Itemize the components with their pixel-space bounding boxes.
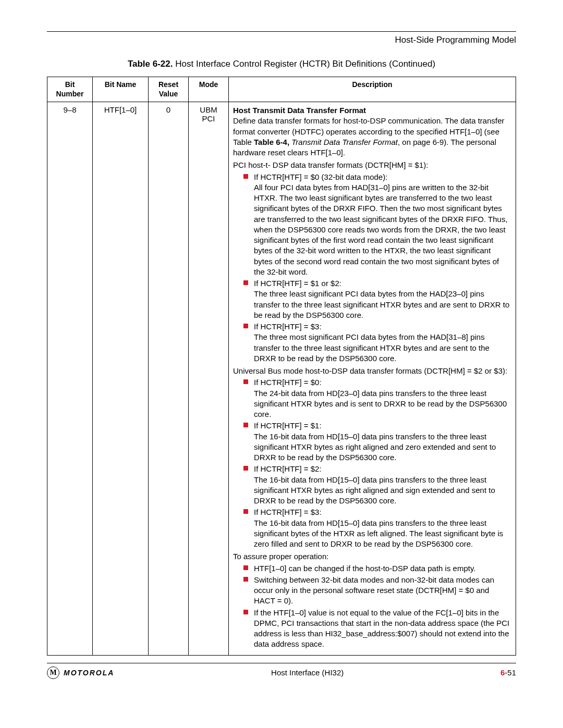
cell-description: Host Transmit Data Transfer Format Defin…: [229, 102, 516, 656]
list-item: If HCTR[HTF] = $2:The 16-bit data from H…: [243, 464, 511, 506]
list-item-head: If HCTR[HTF] = $1:: [254, 421, 322, 430]
list-item-body: If the HTF[1–0] value is not equal to th…: [254, 608, 509, 649]
table-caption: Table 6-22. Host Interface Control Regis…: [47, 59, 516, 69]
ubm-mode-line: Universal Bus mode host-to-DSP data tran…: [233, 366, 511, 376]
desc-ref-bold: Table 6-4,: [254, 138, 289, 146]
list-item: If HCTR[HTF] = $3:The 16-bit data from H…: [243, 507, 511, 549]
page-header: Host-Side Programming Model: [47, 35, 516, 45]
list-item-head: If HCTR[HTF] = $3:: [254, 322, 322, 331]
list-item-body: All four PCI data bytes from HAD[31–0] p…: [254, 183, 508, 276]
page-number: 6-51: [500, 668, 516, 677]
list-item-body: Switching between 32-bit data modes and …: [254, 575, 494, 606]
footer-rule: [47, 663, 516, 663]
list-item: HTF[1–0] can be changed if the host-to-D…: [243, 563, 511, 574]
table-row: 9–8 HTF[1–0] 0 UBM PCI Host Transmit Dat…: [47, 102, 516, 656]
pci-mode-line: PCI host-t- DSP data transfer formats (D…: [233, 160, 511, 170]
table-header-row: Bit Number Bit Name Reset Value Mode Des…: [47, 77, 516, 102]
brand-block: M MOTOROLA: [47, 667, 114, 679]
col-mode: Mode: [189, 77, 229, 102]
pci-list: If HCTR[HTF] = $0 (32-bit data mode):All…: [233, 172, 511, 364]
list-item-head: If HCTR[HTF] = $3:: [254, 508, 322, 516]
list-item-body: The 24-bit data from HD[23–0] data pins …: [254, 389, 507, 419]
list-item: Switching between 32-bit data modes and …: [243, 575, 511, 607]
list-item-body: The 16-bit data from HD[15–0] data pins …: [254, 519, 503, 549]
list-item-body: HTF[1–0] can be changed if the host-to-D…: [254, 564, 476, 573]
list-item-body: The 16-bit data from HD[15–0] data pins …: [254, 475, 495, 505]
cell-bit-number: 9–8: [47, 102, 93, 656]
cell-mode: UBM PCI: [189, 102, 229, 656]
list-item: If HCTR[HTF] = $0:The 24-bit data from H…: [243, 377, 511, 419]
col-reset-value: Reset Value: [149, 77, 189, 102]
list-item-body: The 16-bit data from HD[15–0] data pins …: [254, 432, 496, 462]
col-bit-name: Bit Name: [93, 77, 149, 102]
motorola-logo-icon: M: [47, 667, 59, 679]
list-item-body: The three least significant PCI data byt…: [254, 289, 509, 319]
col-description: Description: [229, 77, 516, 102]
ubm-list: If HCTR[HTF] = $0:The 24-bit data from H…: [233, 377, 511, 549]
cell-reset-value: 0: [149, 102, 189, 656]
assure-list: HTF[1–0] can be changed if the host-to-D…: [233, 563, 511, 650]
col-bit-number: Bit Number: [47, 77, 93, 102]
table-caption-text: Host Interface Control Register (HCTR) B…: [173, 59, 436, 69]
brand-name: MOTOROLA: [64, 669, 114, 677]
page-footer: M MOTOROLA Host Interface (HI32) 6-51: [47, 667, 516, 679]
header-rule: [47, 31, 516, 32]
list-item-body: The three most significant PCI data byte…: [254, 332, 489, 363]
document-page: Host-Side Programming Model Table 6-22. …: [0, 0, 563, 700]
list-item: If HCTR[HTF] = $1:The 16-bit data from H…: [243, 421, 511, 463]
cell-mode-pci: PCI: [193, 114, 224, 123]
list-item-head: If HCTR[HTF] = $1 or $2:: [254, 279, 341, 288]
list-item: If the HTF[1–0] value is not equal to th…: [243, 608, 511, 650]
list-item-head: If HCTR[HTF] = $0:: [254, 378, 322, 387]
list-item-head: If HCTR[HTF] = $2:: [254, 464, 322, 473]
list-item-head: If HCTR[HTF] = $0 (32-bit data mode):: [254, 172, 387, 181]
hctr-table: Bit Number Bit Name Reset Value Mode Des…: [47, 77, 516, 656]
desc-heading: Host Transmit Data Transfer Format: [233, 106, 366, 115]
assure-line: To assure proper operation:: [233, 551, 511, 562]
page-num: 51: [507, 668, 516, 677]
footer-center: Host Interface (HI32): [271, 668, 344, 677]
list-item: If HCTR[HTF] = $0 (32-bit data mode):All…: [243, 172, 511, 278]
list-item: If HCTR[HTF] = $3:The three most signifi…: [243, 322, 511, 364]
desc-intro: Define data transfer formats for host-to…: [233, 116, 511, 158]
table-number: Table 6-22.: [128, 59, 173, 69]
desc-ref-italic: Transmit Data Transfer Format: [289, 138, 398, 146]
cell-mode-ubm: UBM: [193, 105, 224, 114]
list-item: If HCTR[HTF] = $1 or $2:The three least …: [243, 278, 511, 320]
cell-bit-name: HTF[1–0]: [93, 102, 149, 656]
